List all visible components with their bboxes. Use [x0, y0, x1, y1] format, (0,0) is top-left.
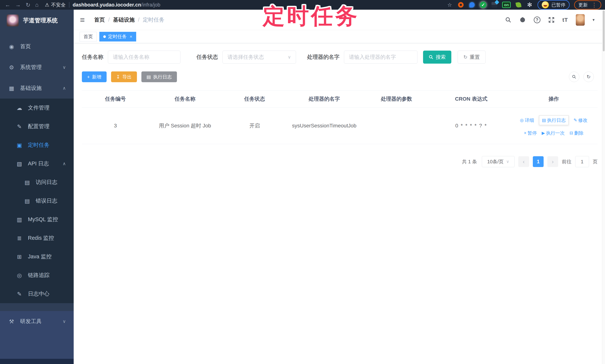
font-size-icon[interactable]: tT [562, 17, 568, 23]
extension-flower-icon[interactable]: ✻ [526, 1, 533, 8]
sidebar-item-api-log[interactable]: ▧ API 日志 ∧ [0, 154, 74, 173]
pause-link[interactable]: × 暂停 [524, 130, 537, 136]
hamburger-icon[interactable]: ≡ [80, 16, 85, 24]
sidebar-item-config-manage[interactable]: ✎ 配置管理 [0, 117, 74, 136]
tab-label: 首页 [83, 33, 93, 40]
add-button[interactable]: + 新增 [82, 71, 107, 82]
page-size-select[interactable]: 10条/页 ∨ [482, 156, 514, 167]
exec-log-button[interactable]: ▤ 执行日志 [141, 71, 177, 82]
sidebar-item-label: Java 监控 [28, 253, 52, 260]
page-scrollbar[interactable] [602, 10, 605, 364]
breadcrumb-separator: / [138, 17, 140, 23]
app-logo-row[interactable]: 芋道管理系统 [0, 10, 74, 31]
reset-button[interactable]: ↻ 重置 [458, 51, 486, 64]
chevron-down-icon: ∨ [63, 319, 66, 324]
sidebar-item-infra[interactable]: ▦ 基础设施 ∧ [0, 78, 74, 99]
col-job-name: 任务名称 [149, 91, 221, 107]
extension-drop-icon[interactable] [469, 1, 475, 8]
extension-donut-icon[interactable] [458, 1, 464, 8]
sidebar-item-file-manage[interactable]: ☁ 文件管理 [0, 99, 74, 117]
goto-page-input[interactable] [575, 156, 589, 167]
breadcrumb-home[interactable]: 首页 [94, 16, 105, 24]
browser-forward-icon[interactable]: → [15, 2, 21, 8]
tab-label: 定时任务 [108, 33, 127, 40]
browser-menu-icon[interactable]: ⋮ [592, 2, 597, 8]
filter-form: 任务名称 任务状态 请选择任务状态 ∨ 处理器的名字 搜索 ↻ 重置 [82, 51, 598, 64]
profile-paused-pill[interactable]: 已暂停 [538, 0, 570, 10]
toggle-search-button[interactable] [569, 72, 579, 82]
chevron-down-icon: ∨ [288, 54, 291, 60]
sidebar-item-scheduled-jobs[interactable]: ▣ 定时任务 [0, 136, 74, 154]
next-page-button[interactable]: › [547, 156, 558, 167]
sidebar-item-dev-tools[interactable]: ⚒ 研发工具 ∨ [0, 311, 74, 332]
address-bar[interactable]: dashboard.yudao.iocoder.cn/infra/job [73, 2, 160, 8]
export-button[interactable]: ↧ 导出 [111, 71, 137, 82]
sidebar-bottom-strip [0, 359, 74, 364]
browser-home-icon[interactable]: ⌂ [35, 2, 39, 8]
sidebar-item-error-log[interactable]: ▤ 错误日志 [0, 192, 74, 210]
handler-name-input[interactable] [344, 51, 418, 64]
doc-icon: ▤ [24, 198, 31, 204]
sidebar-item-log-center[interactable]: ✎ 日志中心 [0, 285, 74, 303]
cell-actions: ◎ 详细 ▤ 执行日志 ✎ 修改 [510, 107, 598, 144]
active-dot-icon [103, 35, 106, 38]
close-icon[interactable]: × [130, 34, 132, 39]
prev-page-button[interactable]: ‹ [518, 156, 529, 167]
job-status-label: 任务状态 [197, 53, 218, 61]
reset-button-label: 重置 [470, 54, 480, 60]
sidebar-item-label: 访问日志 [36, 179, 57, 186]
refresh-table-button[interactable]: ↻ [583, 72, 594, 82]
gear-icon: ⚙ [8, 64, 15, 71]
edit-icon: ✎ [16, 123, 23, 130]
page-1-button[interactable]: 1 [533, 156, 544, 167]
sidebar-item-home[interactable]: ◉ 首页 [0, 36, 74, 57]
extension-check-icon[interactable]: ✓ [480, 1, 487, 8]
sidebar-item-system[interactable]: ⚙ 系统管理 ∨ [0, 57, 74, 78]
extension-on-badge[interactable]: on [502, 2, 511, 8]
scrollbar-thumb[interactable] [603, 10, 605, 51]
sidebar-item-redis-monitor[interactable]: ≣ Redis 监控 [0, 229, 74, 247]
pen-icon: ✎ [574, 118, 577, 123]
search-button[interactable]: 搜索 [423, 51, 451, 64]
user-avatar[interactable] [576, 14, 585, 26]
browser-reload-icon[interactable]: ↻ [26, 2, 30, 8]
sidebar-item-trace[interactable]: ◎ 链路追踪 [0, 266, 74, 285]
database-icon: ▥ [16, 216, 23, 223]
search-icon[interactable] [505, 17, 512, 23]
run-once-link[interactable]: ▶ 执行一次 [542, 130, 565, 136]
exec-log-button-label: 执行日志 [153, 74, 172, 80]
job-name-input[interactable] [108, 51, 181, 64]
bookmark-star-icon[interactable]: ☆ [446, 1, 453, 8]
sidebar-item-label: 系统管理 [20, 64, 42, 71]
exec-log-link[interactable]: ▤ 执行日志 [539, 115, 569, 125]
security-indicator[interactable]: ⚠ 不安全 [45, 2, 66, 8]
browser-update-button[interactable]: 更新 ⋮ [574, 0, 601, 10]
goto-label: 前往 [562, 158, 572, 165]
sidebar-item-label: 定时任务 [28, 141, 50, 149]
sidebar-item-java-monitor[interactable]: ⊞ Java 监控 [0, 247, 74, 266]
job-status-select[interactable]: 请选择任务状态 ∨ [223, 51, 296, 64]
modify-link[interactable]: ✎ 修改 [574, 117, 588, 123]
tab-scheduled-jobs[interactable]: 定时任务 × [99, 32, 136, 41]
dashboard-icon: ◉ [8, 43, 15, 50]
page-unit-label: 页 [593, 158, 598, 165]
fullscreen-icon[interactable] [548, 17, 554, 23]
delete-link[interactable]: ⊟ 删除 [569, 130, 583, 136]
sidebar-item-mysql-monitor[interactable]: ▥ MySQL 监控 [0, 210, 74, 229]
sidebar-item-access-log[interactable]: ▤ 访问日志 [0, 173, 74, 192]
breadcrumb-infra[interactable]: 基础设施 [113, 16, 135, 24]
trash-icon: ⊟ [569, 130, 573, 136]
browser-back-icon[interactable]: ← [5, 2, 10, 8]
avatar-caret-icon[interactable]: ▾ [592, 17, 595, 22]
detail-link[interactable]: ◎ 详细 [520, 117, 534, 123]
cell-job-name: 用户 Session 超时 Job [149, 107, 221, 144]
tab-home[interactable]: 首页 [80, 32, 97, 41]
extension-leaf-icon[interactable] [515, 1, 522, 8]
github-icon[interactable] [519, 16, 526, 23]
tools-icon: ⚒ [8, 318, 15, 325]
help-icon[interactable]: ? [534, 16, 540, 23]
extension-grid-icon[interactable] [491, 1, 498, 8]
header-actions: ? tT ▾ [505, 14, 595, 26]
warning-icon: ⚠ [45, 2, 49, 8]
chevron-up-icon: ∧ [63, 161, 66, 166]
